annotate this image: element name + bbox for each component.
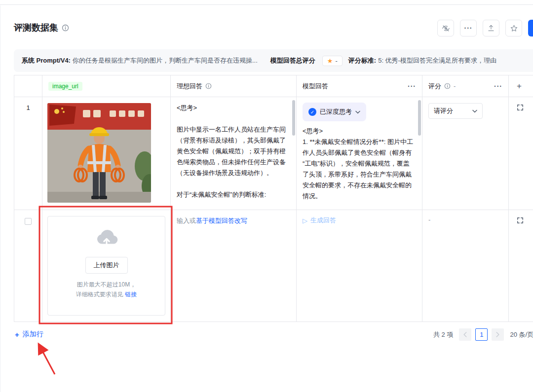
row-checkbox[interactable] — [25, 218, 32, 225]
play-icon: ▷ — [303, 217, 307, 224]
ideal-answer-text: <思考> 图片中显示一名工作人员站在生产车间（背景有标语及绿植），其头部佩戴了黄… — [177, 103, 288, 200]
info-icon — [444, 83, 451, 89]
info-icon — [205, 83, 212, 89]
row-number: 1 — [26, 104, 30, 210]
expand-row-button[interactable] — [517, 104, 524, 111]
info-icon — [62, 24, 69, 32]
generate-answer-button[interactable]: ▷ 生成回答 — [303, 216, 336, 225]
scrollbar-thumb[interactable] — [418, 100, 421, 136]
total-score-value: - — [335, 57, 337, 65]
format-requirements-link[interactable]: 链接 — [125, 291, 137, 298]
row2-index-cell — [14, 210, 42, 322]
add-row-button[interactable]: + 添加行 — [15, 330, 43, 339]
ellipsis-icon: ··· — [464, 24, 473, 32]
criteria-text: 5: 优秀-模型回答完全满足所有要求，理由 — [378, 56, 496, 65]
system-prompt-banner: 系统 Prompt/V4: 你的任务是根据生产车间的图片，判断生产车间是否存在违… — [14, 49, 533, 72]
score-aggregate-value: - — [454, 82, 456, 90]
upload-hint-line2: 详细格式要求请见 链接 — [76, 289, 137, 299]
row2-image-cell: 上传图片 图片最大不超过10M， 详细格式要求请见 链接 — [42, 210, 171, 322]
row1-model-answer-cell: ✓ 已深度思考 <思考> 1. **未佩戴安全帽情况分析**: 图片中工作人员头… — [297, 97, 422, 210]
deep-think-toggle[interactable]: ✓ 已深度思考 — [303, 103, 366, 121]
plus-icon: + — [15, 330, 19, 339]
add-column-button[interactable]: + — [509, 75, 533, 97]
eval-dataset-page: 评测数据集 ··· — [0, 0, 533, 392]
deep-think-label: 已深度思考 — [320, 107, 352, 116]
header-score-column: 评分 - ··· — [422, 75, 509, 97]
page-size-value: 20 条/页 — [510, 330, 533, 339]
toolbar: ··· — [437, 20, 533, 36]
total-score-badge: ★ - — [322, 56, 343, 66]
rewrite-from-model-link[interactable]: 基于模型回答改写 — [196, 217, 247, 224]
check-circle-icon: ✓ — [308, 108, 316, 116]
upload-hints: 图片最大不超过10M， 详细格式要求请见 链接 — [76, 280, 137, 299]
row2-score-cell: - — [422, 210, 509, 322]
row2-actions-cell — [509, 210, 533, 322]
row1-actions-cell — [509, 97, 533, 210]
favorite-button[interactable] — [505, 20, 522, 36]
dataset-table: image_url 理想回答 模型回答 ··· 评分 - ··· — [14, 75, 533, 322]
page-header: 评测数据集 — [14, 22, 69, 34]
criteria-label: 评分标准: — [348, 56, 376, 65]
system-prompt-label: 系统 Prompt/V4: — [22, 56, 71, 65]
expand-row-button[interactable] — [517, 217, 524, 224]
chevron-down-icon — [355, 110, 360, 114]
worker-photo[interactable] — [47, 103, 151, 203]
plus-icon: + — [517, 81, 522, 91]
upload-hint-line1: 图片最大不超过10M， — [76, 280, 137, 289]
current-page-button[interactable]: 1 — [475, 328, 488, 341]
header-image-url-column: image_url — [42, 75, 171, 97]
next-page-button[interactable] — [492, 328, 504, 341]
hide-columns-button[interactable] — [437, 20, 454, 36]
annotation-arrow — [39, 345, 55, 374]
star-icon: ★ — [327, 57, 333, 65]
header-model-answer-column: 模型回答 ··· — [297, 75, 422, 97]
score-column-title: 评分 — [428, 82, 441, 91]
row1-image-cell — [42, 97, 171, 210]
ideal-column-title: 理想回答 — [177, 82, 202, 91]
cloud-upload-icon — [95, 229, 118, 248]
row1-score-cell: 请评分 — [422, 97, 509, 210]
model-answer-text: <思考> 1. **未佩戴安全帽情况分析**: 图片中工作人员头部佩戴了黄色安全… — [303, 126, 414, 202]
row2-ideal-answer-cell[interactable]: 输入或基于模型回答改写 — [171, 210, 297, 322]
left-divider — [0, 5, 0, 392]
pagination: 共 2 项 1 20 条/页 — [433, 328, 533, 341]
system-prompt-text: 你的任务是根据生产车间的图片，判断生产车间是否存在违规操... — [73, 56, 258, 65]
generate-answer-label: 生成回答 — [310, 216, 336, 225]
image-upload-dropzone[interactable]: 上传图片 图片最大不超过10M， 详细格式要求请见 链接 — [47, 216, 165, 316]
add-row-label: 添加行 — [23, 330, 43, 339]
total-items-label: 共 2 项 — [433, 330, 453, 339]
score-empty-value: - — [428, 216, 430, 223]
model-column-more-button[interactable]: ··· — [408, 82, 416, 90]
chevron-down-icon — [472, 109, 477, 113]
prev-page-button[interactable] — [459, 328, 471, 341]
header-index-column — [14, 75, 42, 97]
more-actions-button[interactable]: ··· — [460, 20, 477, 36]
upload-icon — [487, 24, 495, 32]
star-outline-icon — [510, 24, 518, 33]
top-divider — [0, 0, 533, 5]
export-upload-button[interactable] — [483, 20, 499, 36]
row1-index: 1 — [14, 97, 42, 210]
primary-action-button[interactable] — [528, 20, 533, 36]
row1-ideal-answer-cell[interactable]: <思考> 图片中显示一名工作人员站在生产车间（背景有标语及绿植），其头部佩戴了黄… — [171, 97, 297, 210]
scrollbar-thumb[interactable] — [292, 100, 295, 136]
image-url-tag: image_url — [48, 82, 82, 91]
upload-image-button[interactable]: 上传图片 — [85, 257, 128, 274]
score-column-more-button[interactable]: ··· — [494, 82, 502, 90]
header-ideal-answer-column: 理想回答 — [171, 75, 297, 97]
eye-off-icon — [442, 24, 450, 33]
ideal-input-placeholder: 输入或 — [177, 217, 196, 224]
row2-model-answer-cell: ▷ 生成回答 — [297, 210, 422, 322]
model-column-title: 模型回答 — [303, 82, 328, 91]
score-select[interactable]: 请评分 — [428, 103, 483, 119]
total-score-label: 模型回答总评分 — [270, 56, 315, 65]
page-title: 评测数据集 — [14, 22, 58, 34]
page-size-select[interactable]: 20 条/页 — [510, 330, 533, 339]
score-select-placeholder: 请评分 — [434, 107, 453, 115]
